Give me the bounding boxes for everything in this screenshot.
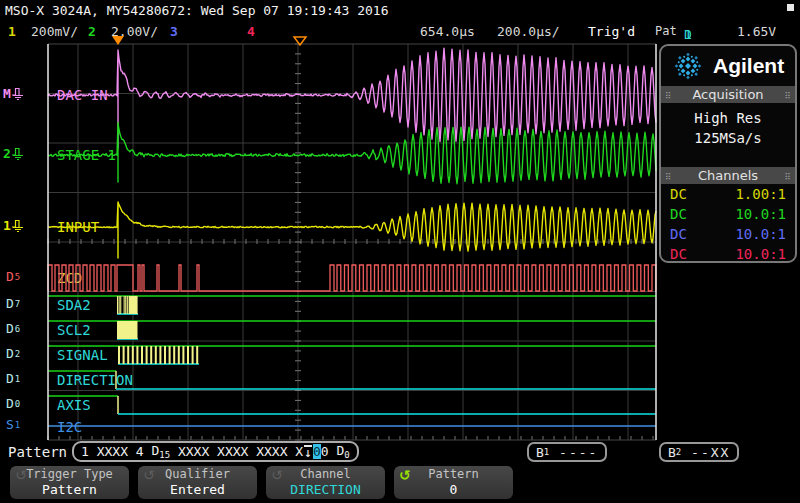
trace-label-stage-1: STAGE 1 [57, 147, 116, 163]
marker-letter: 2 [3, 146, 11, 161]
analog-marker-2[interactable]: 2 [3, 146, 24, 161]
bit-index: 15 [159, 450, 170, 460]
grip-icon: ⠿ [784, 169, 791, 186]
oscilloscope-screen: MSO-X 3024A, MY54280672: Wed Sep 07 19:1… [0, 0, 800, 503]
side-panel: Agilent ⠿ Acquisition ⠿ High Res 125MSa/… [659, 44, 797, 263]
channel-row-2: DC10.0:1 [661, 204, 795, 224]
pattern-text: XXXX XXXX XXXX X [170, 444, 303, 459]
sample-rate: 125MSa/s [661, 128, 795, 148]
channel-coupling-list: DC1.00:1DC10.0:1DC10.0:1DC10.0:1 [661, 184, 795, 263]
grip-icon: ⠿ [665, 88, 672, 105]
softkey-value: DIRECTION [266, 482, 385, 497]
ch2-number[interactable]: 2 [88, 24, 96, 39]
digital-label-axis: AXIS [57, 397, 91, 413]
softkey-value: 0 [394, 482, 513, 497]
rotate-knob-icon: ↺ [399, 467, 411, 483]
trace-label-input: INPUT [57, 219, 99, 235]
trigger-level[interactable]: 1.65V [737, 24, 776, 39]
softkey-value: Entered [138, 482, 257, 497]
digital-label-direction: DIRECTION [57, 372, 133, 388]
pattern-text: D15 [151, 443, 170, 460]
analog-marker-1[interactable]: 1 [3, 218, 24, 233]
channels-header[interactable]: ⠿ Channels ⠿ [661, 167, 795, 184]
coupling: DC [670, 224, 687, 244]
digital-marker-d2[interactable]: D2 [6, 346, 20, 361]
coupling: DC [670, 204, 687, 224]
brand-name: Agilent [713, 54, 784, 78]
corner-notch [787, 4, 794, 11]
digital-marker-d5[interactable]: D5 [6, 269, 20, 284]
ch1-number[interactable]: 1 [8, 24, 16, 39]
softkey-pattern[interactable]: ↺Pattern0 [394, 466, 513, 499]
digital-label-i2c: I2C [57, 419, 82, 435]
digital-label-zcd: ZCD [57, 270, 82, 286]
delay-readout[interactable]: 654.0µs [420, 24, 475, 39]
softkey-label: Channel [266, 466, 385, 482]
pattern-text: 1 XXXX 4 [81, 444, 151, 459]
ch1-scale[interactable]: 200mV/ [31, 24, 78, 39]
grip-icon: ⠿ [784, 88, 791, 105]
brand-row: Agilent [661, 46, 795, 86]
pattern-text: 0 [321, 444, 337, 459]
ground-icon [12, 218, 24, 233]
marker-letter: 1 [3, 218, 11, 233]
digital-label-scl2: SCL2 [57, 322, 91, 338]
falling-edge-glyph: ↓ [304, 445, 312, 459]
coupling: DC [670, 244, 687, 263]
trigger-mode: Pat [655, 24, 677, 38]
channel-row-1: DC1.00:1 [661, 184, 795, 204]
trigger-status: Trig'd [588, 24, 635, 39]
digital-marker-d7[interactable]: D7 [6, 296, 20, 311]
digital-marker-d0[interactable]: D0 [6, 396, 20, 411]
digital-marker-d6[interactable]: D6 [6, 321, 20, 336]
probe-ratio: 1.00:1 [735, 184, 786, 204]
status-bar: 654.0µs 200.0µs/ Trig'd Pat D1 1.65V 120… [0, 21, 800, 43]
digital-label-signal: SIGNAL [57, 347, 108, 363]
b1-readout[interactable]: B1 ---- [527, 442, 607, 462]
trace-label-dac-in: DAC IN [57, 87, 108, 103]
softkey-channel[interactable]: ↺ChannelDIRECTION [266, 466, 385, 499]
digital-label-sda2: SDA2 [57, 297, 91, 313]
softkey-label: Trigger Type [10, 466, 129, 482]
coupling: DC [670, 184, 687, 204]
softkey-trigger-type[interactable]: ↺Trigger TypePattern [10, 466, 129, 499]
digital-marker-s1[interactable]: S1 [6, 417, 20, 432]
softkey-value: Pattern [10, 482, 129, 497]
analog-marker-m[interactable]: M [3, 86, 24, 101]
pattern-text: D0 [337, 443, 350, 460]
channel-row-3: DC10.0:1 [661, 224, 795, 244]
probe-ratio: 10.0:1 [735, 224, 786, 244]
window-title: MSO-X 3024A, MY54280672: Wed Sep 07 19:1… [5, 3, 389, 18]
digital-marker-d1[interactable]: D1 [6, 371, 20, 386]
pattern-value-box[interactable]: 1 XXXX 4 D15 XXXX XXXX XXXX X↓00 D0 [72, 441, 359, 462]
ch4-number[interactable]: 4 [247, 24, 255, 39]
pattern-bit-selected[interactable]: 0 [313, 444, 321, 459]
ch2-scale[interactable]: 2.00V/ [111, 24, 158, 39]
ch3-number[interactable]: 3 [170, 24, 178, 39]
softkey-qualifier[interactable]: ↺QualifierEntered [138, 466, 257, 499]
probe-ratio: 10.0:1 [735, 204, 786, 224]
bit-index: 0 [344, 450, 349, 460]
acquisition-info: High Res 125MSa/s [661, 103, 795, 167]
marker-letter: M [3, 86, 11, 101]
probe-ratio: 10.0:1 [735, 244, 786, 263]
ground-icon [12, 86, 24, 101]
rotate-knob-icon: ↺ [143, 467, 155, 483]
agilent-logo-icon [672, 50, 704, 82]
acquisition-header[interactable]: ⠿ Acquisition ⠿ [661, 86, 795, 103]
b2-readout[interactable]: B2 --XX [659, 442, 739, 462]
softkey-label: Qualifier [138, 466, 257, 482]
rotate-knob-icon: ↺ [271, 467, 283, 483]
acquisition-mode: High Res [661, 108, 795, 128]
rotate-knob-icon: ↺ [15, 467, 27, 483]
channel-row-4: DC10.0:1 [661, 244, 795, 263]
softkey-label: Pattern [394, 466, 513, 482]
ground-icon [12, 146, 24, 161]
grip-icon: ⠿ [665, 169, 672, 186]
timebase-readout[interactable]: 200.0µs/ [497, 24, 560, 39]
